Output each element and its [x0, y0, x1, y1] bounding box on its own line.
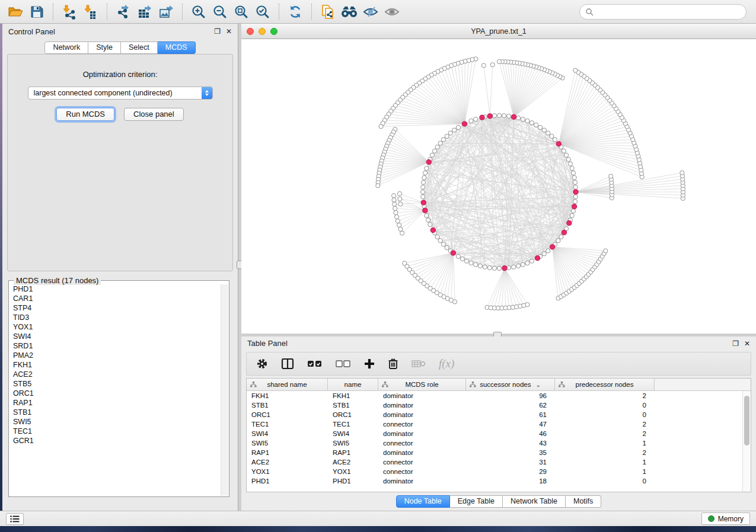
list-item[interactable]: YOX1 [9, 322, 221, 332]
optimization-criterion-select[interactable]: largest connected component (undirected) [28, 86, 213, 100]
mcds-network-node[interactable] [562, 230, 566, 235]
network-node[interactable] [604, 249, 608, 253]
scrollbar-thumb[interactable] [744, 396, 749, 446]
network-node[interactable] [397, 191, 401, 196]
network-node[interactable] [534, 123, 538, 127]
network-node[interactable] [566, 157, 570, 161]
table-row[interactable]: PHD1PHD1dominator180 [247, 476, 751, 486]
delete-column-button[interactable] [388, 355, 398, 372]
network-node[interactable] [441, 242, 445, 246]
tab-motifs[interactable]: Motifs [566, 495, 601, 508]
network-node[interactable] [421, 185, 425, 189]
list-item[interactable]: PMA2 [9, 351, 221, 360]
network-node[interactable] [573, 180, 577, 184]
network-node[interactable] [521, 262, 525, 267]
network-node[interactable] [483, 265, 487, 269]
table-row[interactable]: ACE2ACE2connector311 [247, 457, 751, 467]
mcds-network-node[interactable] [430, 227, 435, 232]
network-node[interactable] [573, 68, 578, 72]
list-item[interactable]: ACE2 [9, 370, 221, 379]
memory-button[interactable]: Memory [701, 512, 750, 525]
mcds-network-node[interactable] [426, 159, 431, 164]
mcds-network-node[interactable] [535, 256, 540, 261]
mcds-network-node[interactable] [502, 266, 507, 271]
network-node[interactable] [398, 227, 403, 231]
list-item[interactable]: ORC1 [9, 389, 221, 398]
mcds-network-node[interactable] [572, 204, 577, 209]
network-node[interactable] [556, 239, 560, 243]
mcds-network-node[interactable] [480, 115, 484, 120]
table-settings-button[interactable] [256, 355, 268, 372]
table-row[interactable]: SWI4SWI4dominator462 [247, 429, 751, 438]
network-node[interactable] [516, 264, 520, 268]
network-node[interactable] [456, 125, 460, 129]
network-node[interactable] [438, 239, 442, 243]
network-node[interactable] [529, 259, 534, 263]
network-node[interactable] [460, 257, 464, 261]
network-node[interactable] [525, 303, 529, 307]
show-all-button[interactable] [381, 2, 403, 21]
list-item[interactable]: PHD1 [9, 284, 221, 294]
export-image-button[interactable] [155, 2, 177, 21]
network-node[interactable] [490, 63, 495, 67]
network-node[interactable] [435, 235, 439, 239]
task-history-button[interactable] [6, 513, 24, 525]
mcds-network-node[interactable] [487, 114, 492, 118]
tab-network-table[interactable]: Network Table [503, 495, 566, 508]
import-network-button[interactable] [59, 2, 80, 21]
table-row[interactable]: STB1STB1dominator620 [247, 400, 751, 410]
network-node[interactable] [393, 206, 397, 210]
network-node[interactable] [376, 184, 380, 188]
export-network-button[interactable] [113, 2, 134, 21]
network-node[interactable] [553, 137, 557, 142]
mcds-network-node[interactable] [556, 142, 561, 146]
network-node[interactable] [529, 121, 534, 125]
close-panel-button[interactable]: Close panel [124, 108, 184, 121]
list-item[interactable]: SWI4 [9, 332, 221, 341]
open-file-button[interactable] [5, 2, 26, 21]
result-list-scrollbar[interactable] [221, 284, 228, 496]
network-node[interactable] [425, 213, 429, 217]
mcds-network-node[interactable] [573, 190, 578, 194]
network-node[interactable] [469, 261, 473, 265]
network-node[interactable] [379, 124, 383, 129]
select-all-rows-button[interactable] [307, 355, 323, 372]
network-node[interactable] [568, 162, 572, 166]
float-panel-icon[interactable]: ❐ [214, 28, 221, 35]
close-panel-icon[interactable]: ✕ [744, 340, 750, 347]
mcds-network-node[interactable] [451, 251, 455, 255]
network-node[interactable] [573, 185, 578, 189]
network-node[interactable] [680, 171, 684, 175]
table-row[interactable]: SWI5SWI5connector431 [247, 438, 751, 448]
network-node[interactable] [452, 128, 457, 132]
network-node[interactable] [546, 131, 550, 135]
network-node[interactable] [542, 128, 546, 132]
network-node[interactable] [400, 231, 404, 235]
network-node[interactable] [393, 202, 397, 206]
network-node[interactable] [546, 249, 550, 253]
save-session-button[interactable] [26, 2, 47, 21]
list-item[interactable]: TEC1 [9, 427, 221, 436]
close-panel-icon[interactable]: ✕ [226, 28, 232, 35]
network-node[interactable] [571, 171, 575, 175]
network-node[interactable] [525, 118, 529, 123]
network-node[interactable] [542, 252, 546, 256]
network-node[interactable] [481, 63, 486, 68]
network-node[interactable] [421, 194, 425, 198]
export-table-button[interactable] [134, 2, 155, 21]
list-item[interactable]: STB5 [9, 379, 221, 389]
zoom-fit-button[interactable] [231, 2, 252, 21]
network-canvas[interactable] [241, 39, 756, 334]
network-node[interactable] [395, 219, 400, 223]
table-row[interactable]: RAP1RAP1dominator352 [247, 448, 751, 457]
mcds-network-node[interactable] [423, 208, 428, 213]
table-row[interactable]: ORC1ORC1dominator610 [247, 410, 751, 419]
network-node[interactable] [502, 114, 506, 118]
network-node[interactable] [507, 114, 511, 118]
tab-select[interactable]: Select [121, 41, 158, 54]
network-node[interactable] [521, 117, 525, 121]
network-node[interactable] [469, 118, 473, 123]
list-item[interactable]: TID3 [9, 313, 221, 322]
network-node[interactable] [430, 153, 434, 157]
network-node[interactable] [570, 213, 574, 217]
